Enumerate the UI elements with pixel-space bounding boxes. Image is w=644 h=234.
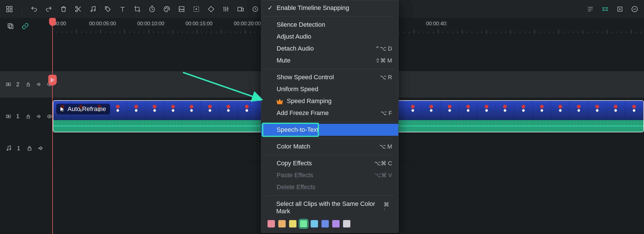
lock-icon[interactable] xyxy=(26,113,31,120)
svg-rect-23 xyxy=(9,25,13,29)
menu-speech-to-text[interactable]: Speech-to-Text xyxy=(261,124,398,136)
svg-point-12 xyxy=(168,8,168,9)
menu-delete-effects: Delete Effects xyxy=(261,181,398,193)
svg-point-30 xyxy=(7,149,8,151)
zoom-out-icon[interactable] xyxy=(630,5,639,13)
ruler-label: 00:00:05:00 xyxy=(89,21,116,27)
svg-rect-1 xyxy=(10,6,12,9)
svg-point-4 xyxy=(75,6,77,8)
menu-silence-detection[interactable]: Silence Detection xyxy=(261,19,398,31)
palette-icon[interactable] xyxy=(163,5,171,13)
menu-speed-ramping[interactable]: Speed Ramping xyxy=(261,95,398,107)
menu-copy-effects[interactable]: Copy Effects⌥⌘ C xyxy=(261,157,398,169)
svg-rect-28 xyxy=(27,116,30,118)
clip-title: Auto Reframe xyxy=(56,104,110,114)
ruler-label: 00:00:10:00 xyxy=(137,21,164,27)
svg-point-31 xyxy=(10,149,11,150)
menu-color-match[interactable]: Color Match⌥ M xyxy=(261,141,398,152)
color-swatch[interactable] xyxy=(332,220,340,227)
menu-paste-effects: Paste Effects⌥⌘ V xyxy=(261,169,398,181)
svg-rect-13 xyxy=(179,7,184,11)
text-icon[interactable] xyxy=(118,5,127,13)
speaker-icon[interactable] xyxy=(36,113,42,120)
svg-rect-2 xyxy=(7,10,9,12)
svg-rect-25 xyxy=(27,84,30,86)
svg-rect-22 xyxy=(8,24,12,27)
svg-point-6 xyxy=(91,10,92,11)
frame-icon[interactable] xyxy=(177,5,186,13)
music-icon xyxy=(6,145,12,151)
svg-rect-19 xyxy=(603,8,607,11)
undo-icon[interactable] xyxy=(30,5,38,13)
menu-mute[interactable]: Mute⇧⌘ M xyxy=(261,55,398,66)
play-icon xyxy=(59,106,65,112)
eye-icon[interactable] xyxy=(47,113,52,120)
color-swatch[interactable] xyxy=(343,220,350,227)
svg-point-8 xyxy=(106,8,107,8)
music-note-icon[interactable] xyxy=(89,5,97,13)
ruler-label: 00:00:15:00 xyxy=(186,21,212,27)
redo-icon[interactable] xyxy=(45,5,53,13)
color-swatch[interactable] xyxy=(321,220,329,227)
ruler-label: 00:00:40: xyxy=(426,21,447,27)
rotate-circle-icon[interactable] xyxy=(251,5,260,13)
duplicate-icon[interactable] xyxy=(6,22,15,30)
color-swatch[interactable] xyxy=(278,220,286,227)
keyframe-icon[interactable] xyxy=(207,5,215,13)
svg-point-29 xyxy=(49,116,50,117)
color-swatch[interactable] xyxy=(268,220,275,227)
track-id: 1 xyxy=(17,145,20,152)
video-icon xyxy=(6,81,11,87)
crop-icon[interactable] xyxy=(133,5,142,13)
menu-detach-audio[interactable]: Detach Audio⌃⌥ D xyxy=(261,43,398,55)
context-menu: ✓Enable Timeline Snapping Silence Detect… xyxy=(261,0,399,233)
svg-point-5 xyxy=(75,10,77,12)
cut-marker[interactable] xyxy=(48,75,57,85)
svg-point-11 xyxy=(167,7,167,8)
speaker-icon[interactable] xyxy=(36,81,42,87)
color-mark-row xyxy=(261,217,398,229)
playhead-handle[interactable] xyxy=(49,18,56,26)
scissors-icon[interactable] xyxy=(74,5,83,13)
menu-uniform-speed[interactable]: Uniform Speed xyxy=(261,83,398,95)
menu-select-same-color[interactable]: Select all Clips with the Same Color Mar… xyxy=(261,198,398,217)
enhance-icon[interactable] xyxy=(601,5,609,13)
grid-icon[interactable] xyxy=(5,5,14,13)
timer-icon[interactable] xyxy=(148,5,156,13)
svg-rect-0 xyxy=(7,6,9,9)
add-marker-icon[interactable] xyxy=(192,5,201,13)
list-icon[interactable] xyxy=(586,5,595,13)
color-swatch[interactable] xyxy=(289,220,296,227)
crown-icon xyxy=(277,98,283,104)
svg-rect-32 xyxy=(28,148,31,150)
color-swatch[interactable] xyxy=(311,220,318,227)
device-icon[interactable] xyxy=(236,5,245,13)
color-swatch[interactable] xyxy=(300,220,307,227)
ruler-label: 00:00:20:00 xyxy=(234,21,261,27)
track-id: 1 xyxy=(16,113,19,120)
trash-icon[interactable] xyxy=(59,5,68,13)
sliders-icon[interactable] xyxy=(222,5,230,13)
menu-show-speed[interactable]: Show Speed Control⌥ R xyxy=(261,71,398,83)
expand-icon[interactable] xyxy=(616,5,624,13)
speaker-icon[interactable] xyxy=(38,145,44,151)
lock-icon[interactable] xyxy=(26,81,31,87)
track-id: 2 xyxy=(16,81,19,88)
lock-icon[interactable] xyxy=(26,145,33,151)
menu-enable-snapping[interactable]: ✓Enable Timeline Snapping xyxy=(261,2,398,14)
playhead[interactable] xyxy=(52,18,53,234)
menu-adjust-audio[interactable]: Adjust Audio xyxy=(261,31,398,43)
link-icon[interactable] xyxy=(21,22,30,30)
svg-rect-3 xyxy=(10,10,12,12)
svg-rect-16 xyxy=(241,8,243,11)
svg-point-10 xyxy=(165,8,166,9)
tag-icon[interactable] xyxy=(104,5,112,13)
video-icon xyxy=(6,113,11,120)
menu-add-freeze-frame[interactable]: Add Freeze Frame⌥ F xyxy=(261,107,398,119)
svg-rect-15 xyxy=(238,7,241,11)
svg-point-7 xyxy=(94,10,95,11)
